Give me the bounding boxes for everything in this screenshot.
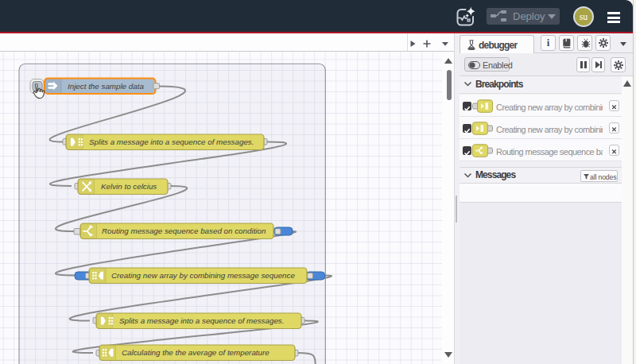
svg-text:Inject the sample data: Inject the sample data — [68, 82, 144, 91]
svg-text:Kelvin to celcius: Kelvin to celcius — [101, 182, 157, 191]
svg-text:Splits a message into a sequen: Splits a message into a sequence of mess… — [89, 137, 254, 146]
svg-text:Routing message sequence based: Routing message sequence based on condit… — [102, 227, 266, 235]
svg-text:Creating new array by combinin: Creating new array by combining message … — [111, 271, 295, 280]
svg-text:Splits a message into a sequen: Splits a message into a sequence of mess… — [119, 316, 285, 325]
svg-text:Calculating the the average of: Calculating the the average of temperatu… — [122, 348, 270, 357]
